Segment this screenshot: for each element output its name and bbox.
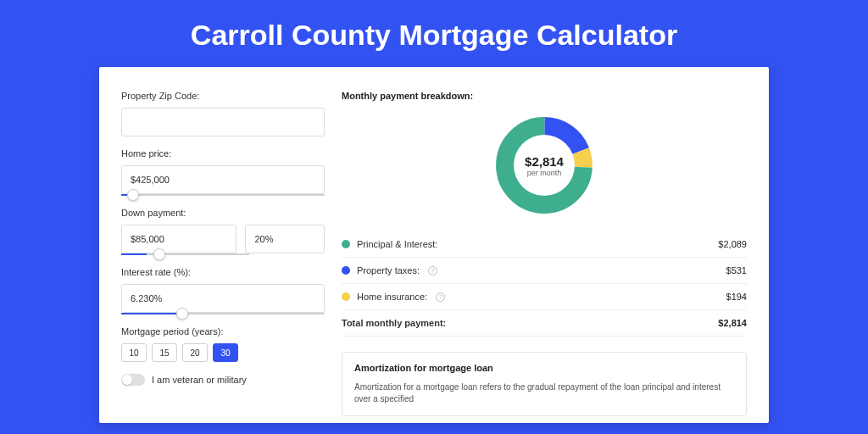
down-slider[interactable] [121, 253, 249, 255]
line-principal-value: $2,089 [718, 239, 747, 249]
breakdown-title: Monthly payment breakdown: [342, 91, 747, 101]
rate-label: Interest rate (%): [121, 267, 325, 277]
line-insurance-value: $194 [726, 292, 747, 302]
price-slider-thumb[interactable] [127, 189, 139, 201]
donut-center-sub: per month [527, 169, 562, 177]
down-slider-thumb[interactable] [153, 248, 165, 260]
down-label: Down payment: [121, 208, 325, 218]
veteran-toggle[interactable] [121, 374, 145, 386]
period-option-20[interactable]: 20 [182, 343, 208, 362]
rate-slider[interactable] [121, 313, 325, 314]
rate-field: Interest rate (%): [121, 267, 325, 314]
amortization-title: Amortization for mortgage loan [354, 363, 734, 373]
period-options: 10 15 20 30 [121, 343, 325, 362]
zip-field: Property Zip Code: [121, 91, 325, 136]
period-option-30[interactable]: 30 [213, 343, 238, 362]
line-taxes: Property taxes: ? $531 [342, 258, 747, 284]
zip-label: Property Zip Code: [121, 91, 325, 101]
down-field: Down payment: [121, 208, 325, 255]
price-label: Home price: [121, 148, 325, 159]
line-taxes-value: $531 [726, 265, 747, 275]
line-insurance: Home insurance: ? $194 [342, 284, 747, 310]
rate-input[interactable] [121, 284, 325, 313]
line-total-label: Total monthly payment: [342, 318, 446, 328]
donut-center-value: $2,814 [525, 154, 564, 169]
price-slider[interactable] [121, 194, 325, 196]
donut-center: $2,814 per month [514, 135, 575, 196]
swatch-blue-icon [342, 266, 350, 275]
inputs-column: Property Zip Code: Home price: Down paym… [121, 91, 325, 423]
line-insurance-label: Home insurance: [357, 292, 427, 302]
period-option-15[interactable]: 15 [152, 343, 177, 362]
veteran-row: I am veteran or military [121, 374, 325, 386]
rate-slider-thumb[interactable] [176, 308, 188, 320]
price-input[interactable] [121, 165, 325, 194]
info-icon[interactable]: ? [436, 292, 445, 302]
veteran-label: I am veteran or military [152, 375, 247, 385]
down-pct-input[interactable] [245, 225, 325, 253]
line-taxes-label: Property taxes: [357, 265, 420, 275]
calculator-card: Property Zip Code: Home price: Down paym… [99, 67, 769, 423]
period-field: Mortgage period (years): 10 15 20 30 [121, 326, 325, 362]
period-label: Mortgage period (years): [121, 326, 325, 337]
swatch-green-icon [342, 240, 350, 248]
swatch-yellow-icon [342, 292, 350, 301]
page-title: Carroll County Mortgage Calculator [0, 0, 868, 67]
info-icon[interactable]: ? [428, 266, 437, 275]
amortization-box: Amortization for mortgage loan Amortizat… [342, 352, 747, 416]
breakdown-column: Monthly payment breakdown: $2,814 per mo… [342, 91, 747, 423]
amortization-text: Amortization for a mortgage loan refers … [354, 381, 734, 405]
donut-chart-wrap: $2,814 per month [342, 114, 747, 216]
line-principal: Principal & Interest: $2,089 [342, 231, 747, 258]
zip-input[interactable] [121, 108, 325, 136]
price-field: Home price: [121, 148, 325, 196]
period-option-10[interactable]: 10 [121, 343, 147, 362]
down-amount-input[interactable] [121, 225, 236, 253]
line-principal-label: Principal & Interest: [357, 239, 437, 249]
line-total-value: $2,814 [718, 318, 747, 328]
donut-chart: $2,814 per month [493, 114, 595, 216]
line-total: Total monthly payment: $2,814 [342, 310, 747, 337]
